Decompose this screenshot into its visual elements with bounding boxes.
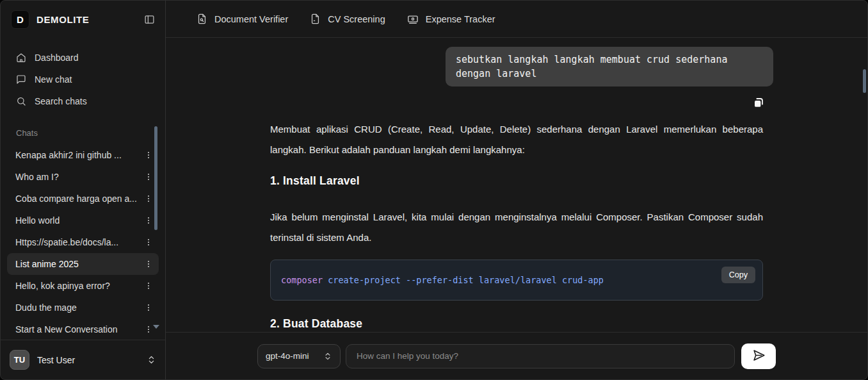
sidebar: D DEMOLITE Dashboard New chat <box>1 1 166 379</box>
chat-list-item[interactable]: Start a New Conversation <box>7 318 159 340</box>
chats-section-label: Chats <box>1 112 165 144</box>
file-icon <box>310 13 321 24</box>
chat-title: List anime 2025 <box>15 259 79 269</box>
app-window: D DEMOLITE Dashboard New chat <box>0 0 868 380</box>
tab-label: Document Verifier <box>214 14 288 24</box>
chat-title: Who am I? <box>15 172 59 182</box>
user-message-row: sebutkan langkah langkah membuat crud se… <box>270 47 763 87</box>
sidebar-collapse-icon[interactable] <box>144 14 155 25</box>
send-button[interactable] <box>741 343 776 369</box>
chat-bubble-icon <box>16 74 26 85</box>
chat-list-item[interactable]: Hello, kok apinya error? <box>7 275 159 297</box>
main-scrollbar-thumb[interactable] <box>863 69 866 93</box>
chat-title: Https://spatie.be/docs/la... <box>15 237 118 247</box>
assistant-message: Membuat aplikasi CRUD (Create, Read, Upd… <box>270 119 763 331</box>
sidebar-scroll-down-icon[interactable] <box>153 325 159 329</box>
sidebar-item-new-chat[interactable]: New chat <box>8 69 157 90</box>
chat-options-kebab-icon[interactable] <box>142 147 155 163</box>
topbar: Document Verifier CV Screening Expense T… <box>166 1 867 38</box>
chat-options-kebab-icon[interactable] <box>142 278 155 293</box>
chat-list-item-active[interactable]: List anime 2025 <box>7 253 159 275</box>
tab-cv-screening[interactable]: CV Screening <box>310 13 385 24</box>
chat-title: Hello world <box>15 215 60 226</box>
model-select[interactable]: gpt-4o-mini <box>257 344 341 368</box>
chat-options-kebab-icon[interactable] <box>142 213 155 228</box>
chat-title: Hello, kok apinya error? <box>15 281 110 291</box>
chat-list-item[interactable]: Https://spatie.be/docs/la... <box>7 231 159 253</box>
code-text: create-project --prefer-dist laravel/lar… <box>323 275 604 285</box>
chat-options-kebab-icon[interactable] <box>142 300 155 315</box>
home-icon <box>16 53 26 63</box>
main-area: Document Verifier CV Screening Expense T… <box>166 1 867 379</box>
chat-list-item[interactable]: Dudu the mage <box>7 297 159 318</box>
chat-list-item[interactable]: Coba compare harga open a... <box>7 188 159 210</box>
send-icon <box>752 349 766 364</box>
assistant-heading: 2. Buat Database <box>270 317 763 331</box>
user-message-bubble: sebutkan langkah langkah membuat crud se… <box>446 47 773 87</box>
tab-expense-tracker[interactable]: Expense Tracker <box>407 13 495 25</box>
sidebar-header: D DEMOLITE <box>1 1 165 38</box>
chat-options-kebab-icon[interactable] <box>142 169 155 185</box>
avatar-initials: TU <box>14 355 25 365</box>
chat-options-kebab-icon[interactable] <box>142 256 155 272</box>
sidebar-nav: Dashboard New chat Search chats <box>1 38 165 112</box>
assistant-paragraph: Membuat aplikasi CRUD (Create, Read, Upd… <box>270 119 763 160</box>
copy-message-button[interactable] <box>753 97 764 110</box>
copy-code-button[interactable]: Copy <box>721 267 755 283</box>
sidebar-item-label: Dashboard <box>35 53 79 63</box>
chat-options-kebab-icon[interactable] <box>142 322 155 337</box>
user-menu[interactable]: TU Test User <box>1 340 165 379</box>
message-actions-row <box>270 97 764 110</box>
chat-message-input[interactable] <box>346 344 735 368</box>
chat-title: Start a New Conversation <box>15 324 118 335</box>
file-search-icon <box>197 13 207 24</box>
sidebar-scrollbar-thumb[interactable] <box>154 126 157 230</box>
banknote-icon <box>407 13 419 25</box>
copy-pages-icon <box>753 97 764 110</box>
assistant-heading: 1. Install Laravel <box>270 174 763 188</box>
search-icon <box>16 96 26 106</box>
sidebar-item-search-chats[interactable]: Search chats <box>8 90 157 112</box>
model-select-value: gpt-4o-mini <box>266 351 309 361</box>
chevrons-up-down-icon <box>323 352 332 361</box>
chat-transcript[interactable]: sebutkan langkah langkah membuat crud se… <box>166 38 867 332</box>
chat-title: Kenapa akhir2 ini github ... <box>15 150 122 160</box>
brand-name: DEMOLITE <box>36 14 89 25</box>
brand-logo-letter: D <box>17 14 24 25</box>
composer-bar: gpt-4o-mini <box>166 332 867 379</box>
chevrons-up-down-icon <box>147 355 156 365</box>
code-keyword: composer <box>281 275 323 285</box>
tab-label: Expense Tracker <box>426 14 495 24</box>
sidebar-item-label: Search chats <box>35 96 87 106</box>
tab-label: CV Screening <box>328 14 385 24</box>
code-block: composer create-project --prefer-dist la… <box>270 260 763 301</box>
chat-list-item[interactable]: Who am I? <box>7 166 159 188</box>
chat-options-kebab-icon[interactable] <box>142 235 155 250</box>
chat-list: Kenapa akhir2 ini github ... Who am I? C… <box>1 144 165 340</box>
code-line: composer create-project --prefer-dist la… <box>281 275 752 285</box>
chat-list-item[interactable]: Kenapa akhir2 ini github ... <box>7 144 159 166</box>
assistant-paragraph: Jika belum menginstal Laravel, kita mula… <box>270 207 763 248</box>
tab-document-verifier[interactable]: Document Verifier <box>197 13 288 24</box>
sidebar-item-label: New chat <box>35 74 72 85</box>
sidebar-item-dashboard[interactable]: Dashboard <box>8 47 157 69</box>
chat-title: Coba compare harga open a... <box>15 194 137 204</box>
chat-options-kebab-icon[interactable] <box>142 191 155 206</box>
chat-title: Dudu the mage <box>15 302 77 313</box>
user-name: Test User <box>37 355 75 365</box>
chat-list-item[interactable]: Hello world <box>7 210 159 231</box>
avatar: TU <box>10 350 29 370</box>
brand-logo: D <box>11 10 29 29</box>
